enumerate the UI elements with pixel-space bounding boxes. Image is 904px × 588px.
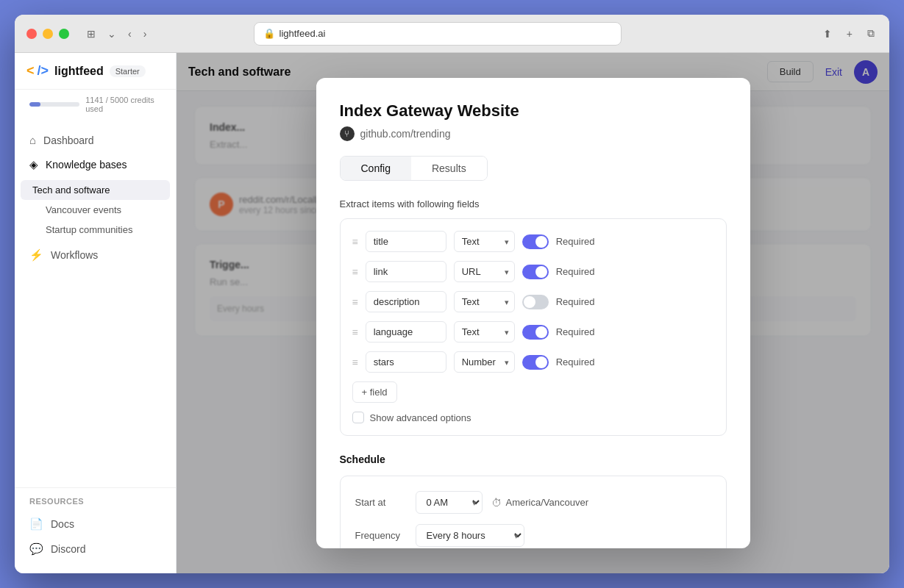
main-content: Tech and software Build Exit A Index... … xyxy=(177,53,889,573)
maximize-button[interactable] xyxy=(59,29,69,39)
credits-fill xyxy=(29,102,40,107)
field-type-description[interactable]: Text URL Number xyxy=(454,291,515,312)
modal-overlay: Index Gateway Website ⑂ github.com/trend… xyxy=(177,53,889,573)
chevron-down-icon[interactable]: ⌄ xyxy=(104,25,119,43)
tab-config[interactable]: Config xyxy=(341,157,411,180)
field-type-language[interactable]: Text URL Number xyxy=(454,321,515,343)
sidebar-item-docs[interactable]: 📄 Docs xyxy=(15,512,176,537)
discord-icon: 💬 xyxy=(29,542,43,556)
drag-handle-stars[interactable]: ≡ xyxy=(352,356,358,368)
app-container: < /> lightfeed Starter 1141 / 5000 credi… xyxy=(15,53,889,573)
schedule-row-frequency: Frequency Every 8 hours Every 12 hours E… xyxy=(355,524,711,547)
startup-communities-label: Startup communities xyxy=(46,224,133,235)
address-bar[interactable]: 🔒 lightfeed.ai xyxy=(254,22,622,46)
sidebar-item-tech-software[interactable]: Tech and software xyxy=(21,180,170,200)
schedule-row-start: Start at 0 AM 1 AM 2 AM ⏱ America/V xyxy=(355,491,711,514)
field-name-link[interactable] xyxy=(366,261,446,282)
sidebar-item-dashboard[interactable]: ⌂ Dashboard xyxy=(15,128,176,152)
start-at-select[interactable]: 0 AM 1 AM 2 AM xyxy=(416,491,483,514)
sidebar-item-vancouver-events[interactable]: Vancouver events xyxy=(15,200,176,220)
field-row-title: ≡ Text URL Number Required xyxy=(352,231,714,252)
drag-handle-title[interactable]: ≡ xyxy=(352,236,358,248)
field-name-language[interactable] xyxy=(366,321,446,343)
logo-text: lightfeed xyxy=(54,65,104,78)
drag-handle-description[interactable]: ≡ xyxy=(352,296,358,308)
schedule-label: Schedule xyxy=(340,453,727,465)
field-type-title[interactable]: Text URL Number xyxy=(454,231,515,252)
browser-window: ⊞ ⌄ ‹ › 🔒 lightfeed.ai ⬆ + ⧉ < /> lightf… xyxy=(15,15,889,573)
workflows-label: Workflows xyxy=(51,249,98,261)
modal-url: github.com/trending xyxy=(360,128,451,140)
start-at-label: Start at xyxy=(355,497,407,508)
sidebar: < /> lightfeed Starter 1141 / 5000 credi… xyxy=(15,53,177,573)
logo: < /> xyxy=(26,63,49,79)
clock-icon: ⏱ xyxy=(491,497,502,509)
advanced-options-label: Show advanced options xyxy=(370,412,471,423)
tabs-button[interactable]: ⧉ xyxy=(864,24,878,43)
required-label-stars: Required xyxy=(556,356,595,368)
tech-software-label: Tech and software xyxy=(32,184,110,196)
modal-title: Index Gateway Website xyxy=(340,101,727,121)
advanced-options-checkbox[interactable] xyxy=(352,412,364,423)
required-label-title: Required xyxy=(556,236,595,247)
type-select-wrapper-stars: Number Text URL xyxy=(454,351,515,373)
field-row-language: ≡ Text URL Number Required xyxy=(352,321,714,343)
field-row-description: ≡ Text URL Number Required xyxy=(352,291,714,312)
resources-label: RESOURCES xyxy=(15,497,176,512)
credits-text: 1141 / 5000 credits used xyxy=(85,96,161,113)
schedule-container: Start at 0 AM 1 AM 2 AM ⏱ America/V xyxy=(340,476,727,548)
extract-label: Extract items with following fields xyxy=(340,198,727,209)
start-at-select-wrapper: 0 AM 1 AM 2 AM xyxy=(416,491,483,514)
forward-button[interactable]: › xyxy=(140,25,150,43)
traffic-lights xyxy=(26,29,69,39)
fields-container: ≡ Text URL Number Required xyxy=(340,218,727,436)
modal-subtitle: ⑂ github.com/trending xyxy=(340,126,727,141)
type-select-wrapper-language: Text URL Number xyxy=(454,321,515,343)
required-label-description: Required xyxy=(556,296,595,307)
drag-handle-link[interactable]: ≡ xyxy=(352,266,358,278)
required-toggle-stars[interactable] xyxy=(522,355,549,370)
sidebar-item-workflows[interactable]: ⚡ Workflows xyxy=(15,243,176,268)
required-toggle-description[interactable] xyxy=(522,295,549,309)
field-name-title[interactable] xyxy=(366,231,446,252)
close-button[interactable] xyxy=(26,29,37,39)
field-name-stars[interactable] xyxy=(366,351,446,373)
sidebar-toggle-button[interactable]: ⊞ xyxy=(84,25,99,43)
sidebar-item-discord[interactable]: 💬 Discord xyxy=(15,537,176,562)
frequency-select[interactable]: Every 8 hours Every 12 hours Every 24 ho… xyxy=(416,524,524,547)
required-toggle-language[interactable] xyxy=(522,325,549,340)
add-field-button[interactable]: + field xyxy=(352,381,397,403)
required-toggle-link[interactable] xyxy=(522,265,549,279)
timezone-text: America/Vancouver xyxy=(506,497,588,508)
modal: Index Gateway Website ⑂ github.com/trend… xyxy=(316,78,750,548)
url-text: lightfeed.ai xyxy=(280,28,326,39)
logo-chevron-right: /> xyxy=(38,63,49,79)
browser-controls: ⊞ ⌄ ‹ › xyxy=(84,25,149,43)
sidebar-item-dashboard-label: Dashboard xyxy=(43,135,94,146)
share-button[interactable]: ⬆ xyxy=(820,24,835,43)
drag-handle-language[interactable]: ≡ xyxy=(352,326,358,338)
field-type-link[interactable]: URL Text Number xyxy=(454,261,515,282)
sub-nav: Tech and software Vancouver events Start… xyxy=(15,177,176,243)
sidebar-header: < /> lightfeed Starter xyxy=(15,53,176,90)
back-button[interactable]: ‹ xyxy=(125,25,135,43)
docs-label: Docs xyxy=(51,518,74,530)
sidebar-item-startup-communities[interactable]: Startup communities xyxy=(15,220,176,240)
layers-icon: ◈ xyxy=(29,158,38,171)
type-select-wrapper-description: Text URL Number xyxy=(454,291,515,312)
frequency-label: Frequency xyxy=(355,530,407,541)
minimize-button[interactable] xyxy=(43,29,53,39)
tab-results[interactable]: Results xyxy=(411,157,487,180)
modal-tabs: Config Results xyxy=(340,156,488,181)
lightning-icon: ⚡ xyxy=(29,248,43,262)
field-name-description[interactable] xyxy=(366,291,446,312)
lock-icon: 🔒 xyxy=(263,28,275,39)
required-toggle-title[interactable] xyxy=(522,234,549,249)
field-type-stars[interactable]: Number Text URL xyxy=(454,351,515,373)
field-row-stars: ≡ Number Text URL Required xyxy=(352,351,714,373)
plan-badge: Starter xyxy=(110,65,146,77)
new-tab-button[interactable]: + xyxy=(844,24,855,43)
sidebar-item-knowledge-bases[interactable]: ◈ Knowledge bases xyxy=(15,152,176,177)
sidebar-resources: RESOURCES 📄 Docs 💬 Discord xyxy=(15,487,176,573)
field-row-link: ≡ URL Text Number Required xyxy=(352,261,714,282)
